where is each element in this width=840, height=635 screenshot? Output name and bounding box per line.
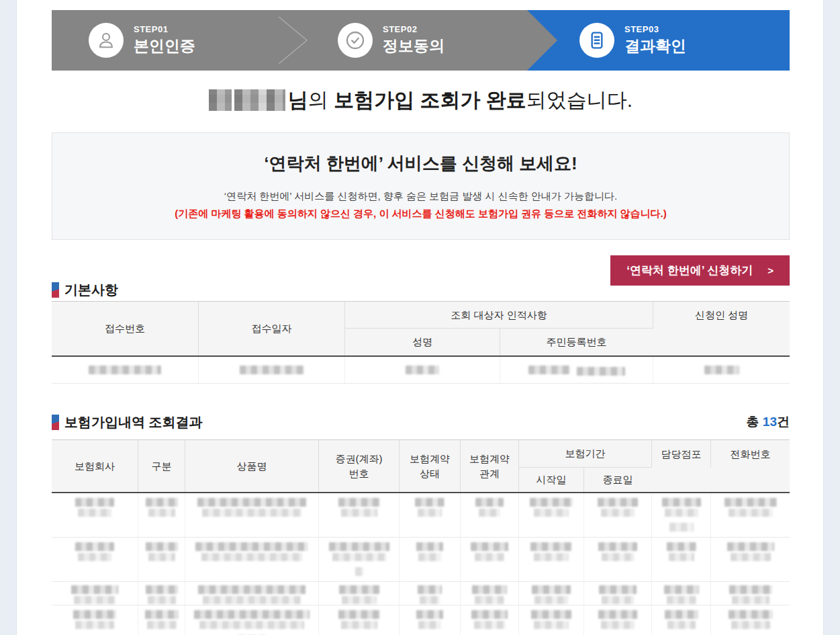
contact-service-promo-box: ‘연락처 한번에’ 서비스를 신청해 보세요! ‘연락처 한번에’ 서비스를 신… bbox=[52, 132, 790, 240]
promo-title: ‘연락처 한번에’ 서비스를 신청해 보세요! bbox=[264, 152, 577, 175]
column-header-applicant-name: 신청인 성명 bbox=[653, 302, 790, 329]
basic-info-table: 접수번호 접수일자 조회 대상자 인적사항 성명 주민등록번호 신청인 성명 bbox=[52, 301, 790, 384]
masked-user-name bbox=[234, 89, 285, 111]
insurance-results-table: 보험회사 구분 상품명 증권(계좌) 번호 보험계약 상태 보험계약 관계 보험… bbox=[52, 439, 790, 635]
results-table-header: 보험회사 구분 상품명 증권(계좌) 번호 보험계약 상태 보험계약 관계 보험… bbox=[52, 439, 790, 493]
headline-text: 의 bbox=[308, 89, 334, 111]
masked-cell-subject-rrn bbox=[500, 357, 653, 383]
column-header-receipt-date: 접수일자 bbox=[198, 302, 344, 355]
headline-text: 님 bbox=[288, 89, 308, 111]
column-header-subject-name: 성명 bbox=[344, 329, 500, 355]
document-icon bbox=[579, 23, 614, 58]
user-icon bbox=[89, 23, 124, 58]
step-separator-chevron-icon bbox=[277, 17, 308, 64]
results-table-row bbox=[52, 538, 790, 582]
results-table-row bbox=[52, 582, 790, 605]
column-header-status: 보험계약 상태 bbox=[399, 440, 460, 492]
column-header-phone: 전화번호 bbox=[710, 440, 790, 468]
step-number: STEP01 bbox=[134, 24, 195, 34]
basic-info-table-row bbox=[52, 357, 790, 384]
masked-cell-applicant-name bbox=[653, 357, 790, 383]
results-section-header: 보험가입내역 조회결과 총 13건 bbox=[52, 412, 790, 432]
results-table-row bbox=[52, 493, 790, 538]
progress-steps: STEP01 본인인증 STEP02 정보동의 bbox=[52, 10, 790, 71]
column-header-company: 보험회사 bbox=[52, 440, 138, 492]
headline-text: 보험가입 조회가 완료 bbox=[334, 89, 526, 111]
result-headline: 님의 보험가입 조회가 완료되었습니다. bbox=[52, 87, 790, 114]
check-circle-icon bbox=[338, 23, 373, 58]
masked-user-name bbox=[209, 89, 232, 111]
basic-info-table-header: 접수번호 접수일자 조회 대상자 인적사항 성명 주민등록번호 신청인 성명 bbox=[52, 301, 790, 357]
total-count-badge: 총 13건 bbox=[747, 413, 790, 431]
masked-cell-receipt-date bbox=[198, 357, 344, 383]
step-label: 본인인증 bbox=[134, 36, 195, 56]
step-result-check: STEP03 결과확인 bbox=[579, 10, 686, 71]
column-header-subject-rrn: 주민등록번호 bbox=[500, 329, 653, 355]
total-suffix: 건 bbox=[777, 415, 790, 429]
column-header-subject-group: 조회 대상자 인적사항 bbox=[344, 302, 653, 329]
masked-cell-subject-name bbox=[344, 357, 500, 383]
step-number: STEP02 bbox=[383, 24, 445, 34]
column-header-receipt-no: 접수번호 bbox=[52, 302, 198, 355]
step-label: 정보동의 bbox=[383, 36, 445, 56]
promo-warning: (기존에 마케팅 활용에 동의하지 않으신 경우, 이 서비스를 신청해도 보험… bbox=[175, 208, 667, 220]
masked-cell-receipt-no bbox=[52, 357, 198, 383]
promo-description: ‘연락처 한번에’ 서비스를 신청하면, 향후 숨은 보험금 발생 시 신속한 … bbox=[224, 190, 617, 203]
chevron-right-icon: > bbox=[767, 265, 774, 276]
column-header-branch: 담당점포 bbox=[651, 440, 710, 468]
page-left-margin bbox=[0, 0, 17, 635]
column-header-product: 상품명 bbox=[185, 440, 318, 492]
results-table-row bbox=[52, 605, 790, 635]
section-flag-icon bbox=[52, 282, 59, 298]
section-title: 보험가입내역 조회결과 bbox=[64, 413, 203, 431]
page-right-margin bbox=[823, 0, 840, 635]
headline-text: 되었습니다. bbox=[526, 89, 633, 111]
column-header-period-group: 보험기간 bbox=[518, 440, 651, 468]
section-flag-icon bbox=[52, 415, 59, 430]
column-header-category: 구분 bbox=[138, 440, 185, 492]
column-header-policy-no: 증권(계좌) 번호 bbox=[318, 440, 399, 492]
section-title: 기본사항 bbox=[64, 281, 118, 299]
step-label: 결과확인 bbox=[624, 36, 686, 56]
column-header-relation: 보험계약 관계 bbox=[460, 440, 518, 492]
column-header-end-date: 종료일 bbox=[584, 468, 651, 492]
total-count: 13 bbox=[763, 415, 777, 429]
total-prefix: 총 bbox=[747, 415, 763, 429]
column-header-start-date: 시작일 bbox=[518, 468, 584, 492]
contact-service-apply-button[interactable]: ‘연락처 한번에’ 신청하기 > bbox=[610, 255, 790, 286]
step-number: STEP03 bbox=[624, 24, 686, 34]
apply-button-label: ‘연락처 한번에’ 신청하기 bbox=[626, 263, 753, 278]
step-identity-verification: STEP01 본인인증 bbox=[89, 10, 195, 71]
step-arrow-shape bbox=[527, 10, 557, 71]
main-content: STEP01 본인인증 STEP02 정보동의 bbox=[52, 0, 790, 635]
step-info-consent: STEP02 정보동의 bbox=[338, 10, 445, 71]
